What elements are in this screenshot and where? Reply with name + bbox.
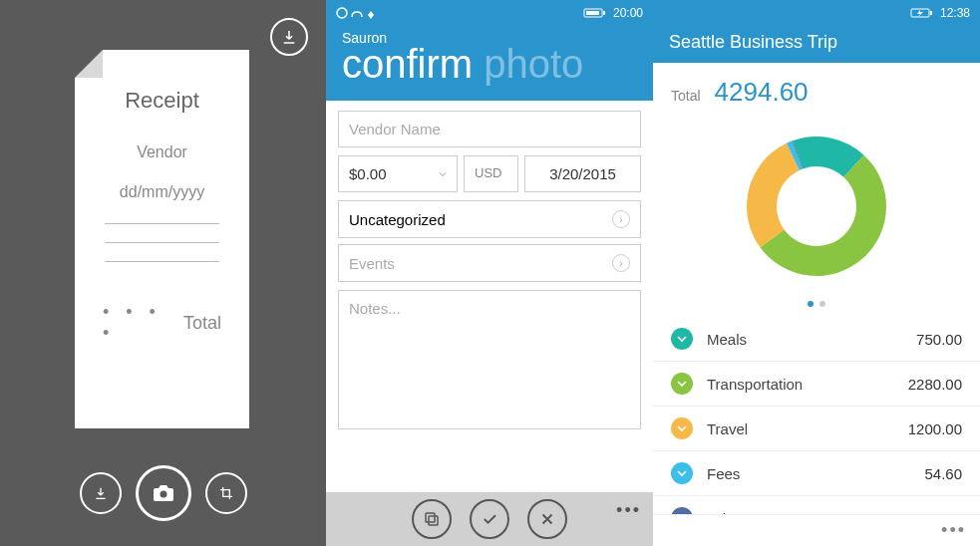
total-label: Total bbox=[671, 88, 701, 104]
tab-confirm[interactable]: confirm bbox=[342, 42, 473, 86]
svg-rect-8 bbox=[930, 11, 932, 15]
bottom-toolbar bbox=[0, 465, 326, 521]
category-dot-icon bbox=[671, 462, 693, 484]
category-dot-icon bbox=[671, 328, 693, 350]
app-bar: ••• bbox=[653, 514, 980, 546]
category-row[interactable]: Fees 54.60 bbox=[653, 451, 980, 496]
category-name: Travel bbox=[707, 420, 908, 437]
total-row: Total 4294.60 bbox=[653, 63, 980, 114]
page-indicator[interactable] bbox=[653, 295, 980, 317]
category-list: Meals 750.00 Transportation 2280.00 Trav… bbox=[653, 317, 980, 514]
more-button[interactable]: ••• bbox=[941, 520, 966, 541]
currency-select[interactable]: USD bbox=[464, 155, 518, 192]
category-row[interactable]: Meals 750.00 bbox=[653, 317, 980, 362]
category-row[interactable]: Transportation 2280.00 bbox=[653, 362, 980, 407]
vendor-name-input[interactable]: Vendor Name bbox=[338, 111, 641, 147]
page-dot-active bbox=[808, 301, 814, 307]
trip-summary-screen: 12:38 Seattle Business Trip Total 4294.6… bbox=[653, 0, 980, 546]
category-amount: 1200.00 bbox=[908, 420, 962, 437]
status-bar: 20:00 bbox=[326, 0, 653, 26]
donut-chart bbox=[653, 114, 980, 295]
status-time: 12:38 bbox=[940, 6, 970, 20]
total-value: 4294.60 bbox=[715, 77, 809, 108]
battery-charging-icon bbox=[910, 7, 934, 19]
category-select[interactable]: Uncategorized › bbox=[338, 200, 641, 238]
page-dot bbox=[819, 301, 825, 307]
date-input[interactable]: 3/20/2015 bbox=[524, 155, 641, 192]
category-dot-icon bbox=[671, 373, 693, 395]
import-button[interactable] bbox=[80, 472, 122, 514]
category-dot-icon bbox=[671, 507, 693, 514]
receipt-title: Receipt bbox=[93, 88, 231, 114]
dots: • • • • bbox=[103, 302, 183, 344]
receipt-placeholder: Receipt Vendor dd/mm/yyyy • • • • Total bbox=[75, 50, 249, 428]
svg-rect-4 bbox=[586, 11, 599, 15]
chevron-right-icon: › bbox=[612, 254, 630, 272]
date-placeholder: dd/mm/yyyy bbox=[93, 183, 231, 201]
category-name: Meals bbox=[707, 331, 916, 348]
download-button-top[interactable] bbox=[270, 18, 308, 56]
svg-rect-3 bbox=[603, 11, 605, 15]
category-name: Fees bbox=[707, 465, 924, 482]
line-item bbox=[105, 261, 219, 262]
copy-button[interactable] bbox=[412, 499, 452, 539]
tab-photo[interactable]: photo bbox=[484, 42, 583, 86]
receipt-scan-screen: Receipt Vendor dd/mm/yyyy • • • • Total bbox=[0, 0, 326, 546]
trip-title: Seattle Business Trip bbox=[669, 32, 964, 53]
notes-textarea[interactable]: Notes... bbox=[338, 290, 641, 429]
events-select[interactable]: Events › bbox=[338, 244, 641, 282]
confirm-button[interactable] bbox=[470, 499, 509, 539]
category-amount: 750.00 bbox=[916, 331, 962, 348]
status-time: 20:00 bbox=[613, 6, 643, 20]
category-row[interactable]: Travel 1200.00 bbox=[653, 407, 980, 451]
chevron-right-icon: › bbox=[612, 210, 630, 228]
status-bar: 12:38 bbox=[653, 0, 980, 26]
category-dot-icon bbox=[671, 417, 693, 439]
receipt-total-row: • • • • Total bbox=[103, 302, 221, 344]
status-icons-left bbox=[336, 7, 386, 19]
category-amount: 54.60 bbox=[924, 465, 962, 482]
header: Sauron confirm photo bbox=[326, 26, 653, 101]
category-name: Transportation bbox=[707, 376, 908, 393]
svg-point-0 bbox=[160, 491, 166, 498]
expense-form: Vendor Name $0.00 USD 3/20/2015 Uncatego… bbox=[326, 101, 653, 492]
cancel-button[interactable] bbox=[527, 499, 567, 539]
header: Seattle Business Trip bbox=[653, 26, 980, 63]
category-amount: 2280.00 bbox=[908, 376, 962, 393]
donut-segment bbox=[747, 143, 800, 247]
crop-button[interactable] bbox=[205, 472, 247, 514]
svg-rect-6 bbox=[426, 513, 435, 522]
line-item bbox=[105, 223, 219, 224]
page-title: confirm photo bbox=[342, 42, 637, 87]
line-item bbox=[105, 242, 219, 243]
battery-icon bbox=[583, 7, 607, 19]
paper-fold bbox=[75, 50, 103, 78]
camera-button[interactable] bbox=[136, 465, 191, 521]
category-row[interactable]: Other 10.00 bbox=[653, 496, 980, 514]
dropdown-caret-icon bbox=[439, 170, 447, 178]
svg-point-1 bbox=[337, 8, 347, 18]
svg-rect-5 bbox=[429, 516, 438, 525]
confirm-screen: 20:00 Sauron confirm photo Vendor Name $… bbox=[326, 0, 653, 546]
action-bar: ••• bbox=[326, 492, 653, 546]
vendor-label: Vendor bbox=[93, 143, 231, 161]
more-button[interactable]: ••• bbox=[616, 500, 641, 521]
total-label: Total bbox=[183, 313, 221, 334]
amount-input[interactable]: $0.00 bbox=[338, 155, 458, 192]
